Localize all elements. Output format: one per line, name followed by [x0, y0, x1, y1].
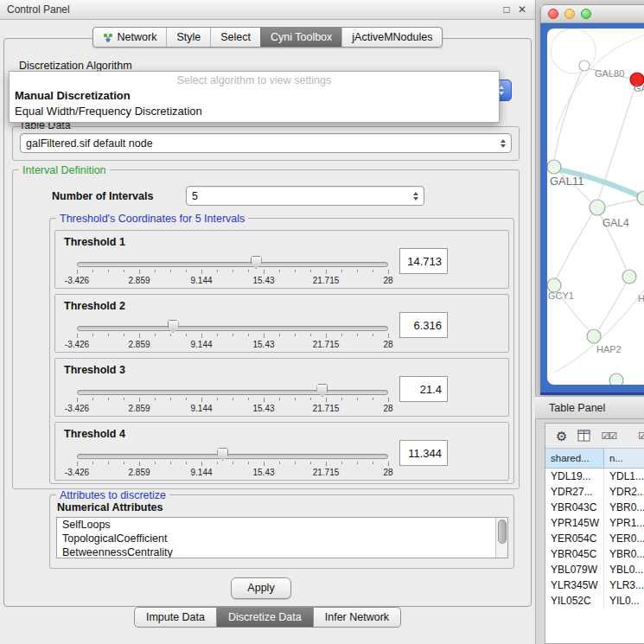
table-cell[interactable]: YER054C [545, 531, 604, 546]
attribute-list[interactable]: SelfLoopsTopologicalCoefficientBetweenne… [56, 517, 508, 558]
tab-infer-network[interactable]: Infer Network [314, 607, 401, 628]
table-cell[interactable]: YBR043C [545, 500, 604, 515]
table-row[interactable]: YPR145WYPR1... [545, 515, 644, 531]
tab-discretize-data[interactable]: Discretize Data [217, 607, 314, 628]
select-all-icon[interactable]: ☑☑ [601, 430, 616, 442]
table-cell[interactable]: YDL1... [604, 469, 644, 484]
attribute-list-item[interactable]: TopologicalCoefficient [57, 532, 507, 545]
table-cell[interactable]: YDL19... [545, 469, 604, 484]
slider-tick [139, 270, 140, 274]
table-row[interactable]: YDR27...YDR2... [545, 484, 644, 500]
table-row[interactable]: YBR045CYBR0... [545, 546, 644, 562]
slider-tick [279, 334, 280, 336]
tab-impute-data[interactable]: Impute Data [134, 607, 217, 628]
table-cell[interactable]: YBR045C [545, 546, 604, 562]
threshold-1-slider[interactable]: -3.4262.8599.14415.4321.71528 [77, 255, 388, 286]
threshold-4-slider[interactable]: -3.4262.8599.14415.4321.71528 [77, 447, 388, 478]
tab-jactivemnodules[interactable]: jActiveMNodules [341, 28, 442, 47]
slider-track[interactable] [77, 326, 388, 331]
table-panel-header[interactable]: Table Panel [535, 396, 644, 419]
number-of-intervals-combobox[interactable]: 5 [186, 186, 424, 206]
network-node[interactable] [590, 200, 605, 215]
network-node[interactable] [547, 160, 561, 174]
network-icon [103, 33, 113, 42]
table-row[interactable]: YIL052CYIL0... [545, 593, 644, 609]
thresholds-group-title: Threshold's Coordinates for 5 Intervals [56, 213, 248, 225]
slider-track[interactable] [77, 390, 388, 395]
columns-icon[interactable] [577, 430, 590, 442]
select-icon[interactable]: ☑ [638, 430, 644, 442]
column-header-shared-name[interactable]: shared... [545, 449, 604, 468]
table-row[interactable]: YER054CYER0... [545, 531, 644, 546]
table-cell[interactable]: YBL079W [545, 562, 604, 577]
slider-tick [217, 398, 218, 400]
scrollbar-thumb[interactable] [498, 520, 507, 544]
tab-select[interactable]: Select [210, 28, 260, 47]
slider-tick [124, 398, 124, 400]
close-traffic-light-icon[interactable] [548, 9, 558, 19]
slider-tick [108, 270, 109, 272]
table-row[interactable]: YDL19...YDL1... [545, 469, 644, 484]
attribute-list-item[interactable]: SelfLoops [57, 518, 507, 532]
tab-network[interactable]: Network [93, 28, 167, 47]
table-row[interactable]: YBL079WYBL0... [545, 562, 644, 577]
threshold-3-value-field[interactable]: 21.4 [399, 376, 448, 402]
slider-tick [264, 462, 265, 466]
table-cell[interactable]: YIL052C [545, 593, 604, 609]
table-cell[interactable]: YBR0... [604, 546, 644, 562]
table-cell[interactable]: YLR3... [604, 577, 644, 593]
table-cell[interactable]: YIL0... [604, 593, 644, 609]
network-node[interactable] [579, 61, 590, 71]
table-cell[interactable]: YPR145W [545, 515, 604, 531]
tab-cyni-toolbox[interactable]: Cyni Toolbox [260, 28, 341, 47]
control-panel-titlebar[interactable]: Control Panel □ ✕ [0, 0, 535, 20]
table-cell[interactable]: YBR0... [604, 500, 644, 515]
slider-tick [77, 398, 78, 402]
table-cell[interactable]: YER0... [604, 531, 644, 546]
slider-track[interactable] [77, 454, 388, 459]
table-cell[interactable]: YDR27... [545, 484, 604, 500]
table-cell[interactable]: YLR345W [545, 577, 604, 593]
network-node[interactable] [587, 329, 601, 343]
node-label: GAL80 [595, 68, 624, 79]
table-column-headers: shared... n... [545, 449, 644, 469]
dropdown-option-equal-width[interactable]: Equal Width/Frequency Discretization [10, 104, 499, 119]
slider-tick [233, 462, 233, 464]
algorithm-dropdown-popup: Select algorithm to view settings Manual… [9, 71, 500, 123]
threshold-1-value-field[interactable]: 14.713 [399, 248, 448, 274]
threshold-4-value-field[interactable]: 11.344 [399, 440, 448, 466]
attribute-list-item[interactable]: BetweennessCentrality [57, 545, 507, 558]
zoom-traffic-light-icon[interactable] [581, 9, 591, 19]
network-node[interactable] [609, 373, 623, 385]
table-cell[interactable]: YDR2... [604, 484, 644, 500]
network-canvas[interactable]: GAL80 GA GAL11 GAL4 GCY1 HAP2 H [547, 29, 644, 385]
threshold-4-panel: Threshold 4 -3.4262.8599.14415.4321.7152… [54, 422, 509, 481]
network-window-titlebar[interactable] [540, 4, 644, 23]
slider-tick [310, 398, 311, 400]
slider-tick [264, 270, 265, 274]
threshold-2-slider[interactable]: -3.4262.8599.14415.4321.71528 [77, 319, 388, 350]
slider-tick [77, 334, 78, 338]
slider-scale-label: -3.426 [65, 276, 89, 285]
threshold-3-slider[interactable]: -3.4262.8599.14415.4321.71528 [77, 383, 388, 414]
dropdown-option-manual-discretization[interactable]: Manual Discretization [10, 88, 499, 104]
slider-track[interactable] [77, 262, 388, 267]
apply-button[interactable]: Apply [231, 577, 291, 599]
network-node[interactable] [622, 270, 636, 284]
minimize-icon[interactable]: □ [499, 3, 514, 16]
minimize-traffic-light-icon[interactable] [564, 9, 575, 19]
list-scrollbar[interactable] [495, 518, 507, 558]
slider-tick [217, 462, 218, 464]
table-row[interactable]: YBR043CYBR0... [545, 500, 644, 515]
table-cell[interactable]: YBL0... [604, 562, 644, 577]
slider-scale-label: 15.43 [252, 276, 274, 285]
slider-scale-label: -3.426 [65, 340, 89, 349]
close-icon[interactable]: ✕ [514, 3, 530, 16]
gear-icon[interactable]: ⚙ [556, 430, 567, 443]
threshold-2-value-field[interactable]: 6.316 [399, 312, 448, 338]
column-header-name[interactable]: n... [604, 449, 644, 468]
table-cell[interactable]: YPR1... [604, 515, 644, 531]
table-data-combobox[interactable]: galFiltered.sif default node [20, 133, 512, 153]
tab-style[interactable]: Style [166, 28, 210, 47]
table-row[interactable]: YLR345WYLR3... [545, 577, 644, 593]
